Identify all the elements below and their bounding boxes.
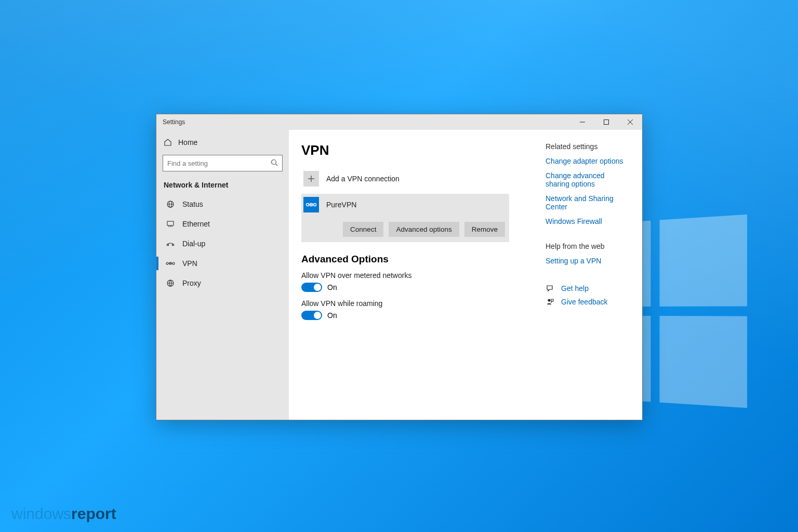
search-icon (271, 159, 278, 168)
vpn-connection-name: PureVPN (326, 201, 356, 209)
sidebar-item-label: Status (182, 200, 203, 208)
content-area: VPN Add a VPN connection PureVPN (289, 130, 642, 420)
status-icon (166, 200, 175, 209)
sidebar-item-label: Ethernet (182, 220, 210, 228)
svg-rect-9 (167, 221, 174, 225)
toggle-metered[interactable] (301, 283, 322, 292)
svg-rect-13 (167, 244, 169, 246)
sidebar-item-proxy[interactable]: Proxy (156, 273, 289, 293)
related-heading: Related settings (546, 142, 628, 151)
sidebar-item-label: VPN (182, 259, 197, 268)
link-setting-up-vpn[interactable]: Setting up a VPN (546, 254, 628, 268)
vpn-connection-row[interactable]: PureVPN (301, 194, 509, 216)
svg-point-15 (166, 262, 168, 264)
svg-point-4 (272, 159, 276, 164)
vpn-connection-icon (303, 197, 319, 212)
close-button[interactable] (618, 114, 642, 130)
dialup-icon (166, 239, 175, 248)
search-input[interactable] (167, 159, 271, 167)
home-icon (164, 138, 172, 147)
advanced-options-heading: Advanced Options (301, 254, 509, 265)
link-windows-firewall[interactable]: Windows Firewall (546, 214, 628, 229)
svg-point-24 (314, 204, 316, 206)
sidebar: Home Network & Internet Status (156, 130, 289, 420)
give-feedback-row[interactable]: Give feedback (546, 295, 628, 309)
add-vpn-row[interactable]: Add a VPN connection (301, 168, 509, 190)
svg-point-23 (307, 204, 309, 206)
option-roaming: Allow VPN while roaming On (301, 299, 509, 320)
vpn-icon (166, 259, 175, 268)
toggle-roaming[interactable] (301, 311, 322, 320)
window-controls (570, 114, 642, 130)
sidebar-section-header: Network & Internet (156, 177, 289, 194)
option-roaming-label: Allow VPN while roaming (301, 299, 509, 308)
toggle-metered-state: On (327, 283, 337, 291)
minimize-button[interactable] (570, 114, 594, 130)
sidebar-item-status[interactable]: Status (156, 194, 289, 214)
link-adapter-options[interactable]: Change adapter options (546, 154, 628, 168)
toggle-roaming-state: On (327, 311, 337, 320)
remove-button[interactable]: Remove (464, 222, 505, 237)
get-help-icon (546, 284, 555, 293)
search-box[interactable] (163, 155, 283, 171)
get-help-link[interactable]: Get help (561, 284, 589, 292)
option-metered: Allow VPN over metered networks On (301, 271, 509, 292)
window-title: Settings (163, 118, 185, 126)
page-title: VPN (301, 142, 509, 158)
sidebar-item-vpn[interactable]: VPN (156, 254, 289, 273)
svg-line-5 (276, 164, 278, 166)
sidebar-home-label: Home (178, 138, 197, 147)
vpn-connection-actions: Connect Advanced options Remove (301, 216, 509, 242)
link-network-sharing-center[interactable]: Network and Sharing Center (546, 191, 628, 214)
webhelp-heading: Help from the web (546, 242, 628, 250)
add-vpn-label: Add a VPN connection (326, 175, 400, 183)
sidebar-item-ethernet[interactable]: Ethernet (156, 214, 289, 234)
svg-rect-1 (604, 120, 609, 125)
settings-window: Settings Home (156, 114, 643, 420)
connect-button[interactable]: Connect (343, 222, 383, 237)
watermark: windowsreport (11, 505, 116, 523)
link-sharing-options[interactable]: Change advanced sharing options (546, 168, 628, 191)
sidebar-item-label: Dial-up (182, 240, 205, 248)
web-help: Help from the web Setting up a VPN (546, 242, 628, 268)
related-settings: Related settings Change adapter options … (546, 142, 628, 229)
ethernet-icon (166, 219, 175, 229)
proxy-icon (166, 278, 175, 288)
sidebar-item-label: Proxy (182, 279, 201, 287)
get-help-row[interactable]: Get help (546, 282, 628, 295)
option-metered-label: Allow VPN over metered networks (301, 271, 509, 280)
give-feedback-link[interactable]: Give feedback (561, 298, 608, 306)
maximize-button[interactable] (594, 114, 618, 130)
advanced-options-button[interactable]: Advanced options (389, 222, 459, 237)
plus-icon (303, 171, 319, 187)
title-bar: Settings (156, 114, 642, 130)
sidebar-item-dialup[interactable]: Dial-up (156, 234, 289, 254)
sidebar-home[interactable]: Home (156, 133, 289, 152)
feedback-icon (546, 297, 555, 307)
support-links: Get help Give feedback (546, 282, 628, 309)
svg-point-27 (548, 299, 551, 302)
svg-rect-14 (172, 244, 174, 246)
svg-point-16 (172, 262, 175, 264)
